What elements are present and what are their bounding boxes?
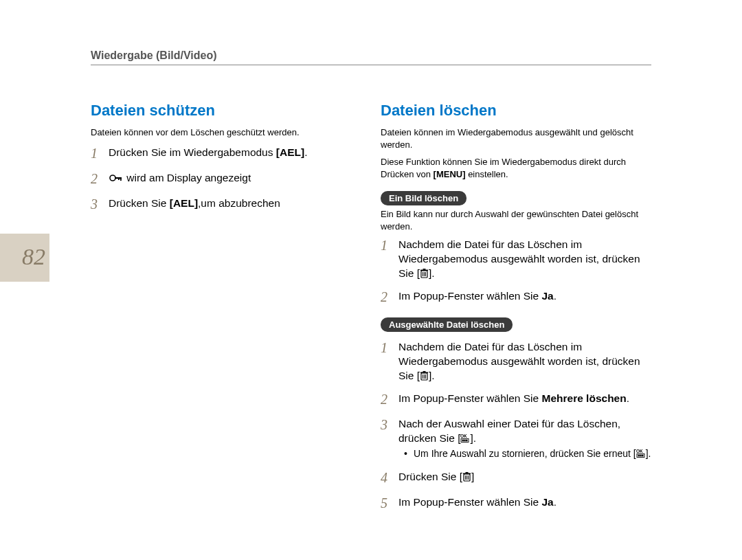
section1-steps: 1Nachdem die Datei für das Löschen im Wi… (381, 236, 651, 306)
step-text: Drücken Sie im Wiedergabemodus [AEL]. (109, 144, 361, 160)
step-text: Nach der Auswahl einer Datei für das Lös… (398, 416, 651, 462)
svg-rect-27 (463, 473, 471, 474)
sublabel-selected: Ausgewählte Datei löschen (381, 317, 513, 332)
svg-rect-5 (420, 270, 428, 271)
step-item: 2 wird am Display angezeigt (91, 170, 361, 188)
step-item: 5Im Popup-Fenster wählen Sie Ja. (381, 494, 651, 513)
svg-point-0 (110, 175, 115, 181)
svg-text:OK: OK (636, 449, 643, 453)
step-bold: Mehrere löschen (542, 392, 627, 404)
step-bold: [AEL] (276, 146, 304, 158)
trash-icon (420, 370, 429, 381)
ok-icon: OK (460, 432, 470, 444)
svg-rect-24 (640, 454, 641, 456)
step-item: 2Im Popup-Fenster wählen Sie Ja. (381, 288, 651, 306)
step-item: 4Drücken Sie [] (381, 469, 651, 487)
step-item: 1Nachdem die Datei für das Löschen im Wi… (381, 339, 651, 383)
step-text: Im Popup-Fenster wählen Sie Mehrere lösc… (398, 390, 651, 406)
step-text: Nachdem die Datei für das Löschen im Wie… (398, 236, 651, 281)
step-number: 1 (381, 339, 398, 357)
step-number: 5 (381, 494, 398, 513)
step-text: Nachdem die Datei für das Löschen im Wie… (398, 339, 651, 383)
svg-rect-18 (462, 439, 464, 441)
left-title: Dateien schützen (91, 102, 361, 120)
step-text: Drücken Sie [AEL],um abzubrechen (109, 195, 361, 211)
svg-rect-3 (120, 177, 122, 181)
svg-rect-12 (423, 371, 426, 372)
left-steps: 1Drücken Sie im Wiedergabemodus [AEL].2 … (91, 144, 361, 214)
step-text: Im Popup-Fenster wählen Sie Ja. (398, 494, 651, 510)
step-number: 3 (381, 416, 398, 434)
step-bold: Ja (542, 496, 554, 508)
bullet-item: Um Ihre Auswahl zu stornieren, drücken S… (398, 447, 651, 460)
manual-page: Wiedergabe (Bild/Video) 82 Dateien schüt… (0, 0, 742, 560)
note-bold: [MENU] (434, 169, 466, 179)
trash-icon (420, 267, 429, 279)
page-number: 82 (22, 244, 45, 270)
step-item: 1Nachdem die Datei für das Löschen im Wi… (381, 236, 651, 281)
note-text-after: einstellen. (466, 169, 508, 179)
step-number: 1 (91, 144, 109, 163)
step-bullets: Um Ihre Auswahl zu stornieren, drücken S… (398, 447, 651, 460)
right-column: Dateien löschen Dateien können im Wieder… (381, 102, 651, 519)
step-number: 4 (381, 469, 398, 487)
svg-text:OK: OK (460, 434, 467, 438)
step-item: 2Im Popup-Fenster wählen Sie Mehrere lös… (381, 390, 651, 409)
breadcrumb: Wiedergabe (Bild/Video) (91, 49, 217, 61)
page-header: Wiedergabe (Bild/Video) (91, 49, 651, 65)
step-bold: Ja (542, 290, 554, 302)
step-number: 2 (381, 390, 398, 409)
step-item: 3Nach der Auswahl einer Datei für das Lö… (381, 416, 651, 462)
step-bold: [AEL] (170, 197, 198, 209)
trash-icon (462, 471, 471, 482)
section1-desc: Ein Bild kann nur durch Auswahl der gewü… (381, 208, 651, 232)
left-column: Dateien schützen Dateien können vor dem … (91, 102, 361, 519)
svg-rect-28 (466, 472, 469, 473)
key-icon (109, 173, 124, 186)
right-title: Dateien löschen (381, 102, 651, 120)
step-number: 3 (91, 195, 109, 214)
right-intro: Dateien können im Wiedergabemodus ausgew… (381, 126, 651, 150)
left-intro: Dateien können vor dem Löschen geschützt… (91, 126, 361, 139)
right-note: Diese Funktion können Sie im Wiedergabem… (381, 156, 651, 180)
svg-rect-2 (118, 177, 120, 180)
svg-rect-6 (423, 269, 426, 270)
svg-rect-11 (420, 372, 428, 373)
svg-rect-19 (464, 439, 466, 441)
content-columns: Dateien schützen Dateien können vor dem … (91, 102, 651, 519)
step-text: Drücken Sie [] (398, 469, 651, 484)
svg-rect-23 (638, 454, 639, 456)
step-text: Im Popup-Fenster wählen Sie Ja. (398, 288, 651, 304)
step-text: wird am Display angezeigt (109, 170, 361, 186)
svg-rect-25 (642, 454, 643, 456)
step-item: 3Drücken Sie [AEL],um abzubrechen (91, 195, 361, 214)
step-item: 1Drücken Sie im Wiedergabemodus [AEL]. (91, 144, 361, 163)
section2-steps: 1Nachdem die Datei für das Löschen im Wi… (381, 339, 651, 513)
svg-rect-20 (466, 439, 468, 441)
step-number: 2 (91, 170, 109, 188)
sublabel-one-image: Ein Bild löschen (381, 191, 466, 205)
step-number: 1 (381, 236, 398, 255)
ok-icon: OK (636, 448, 646, 459)
step-number: 2 (381, 288, 398, 306)
